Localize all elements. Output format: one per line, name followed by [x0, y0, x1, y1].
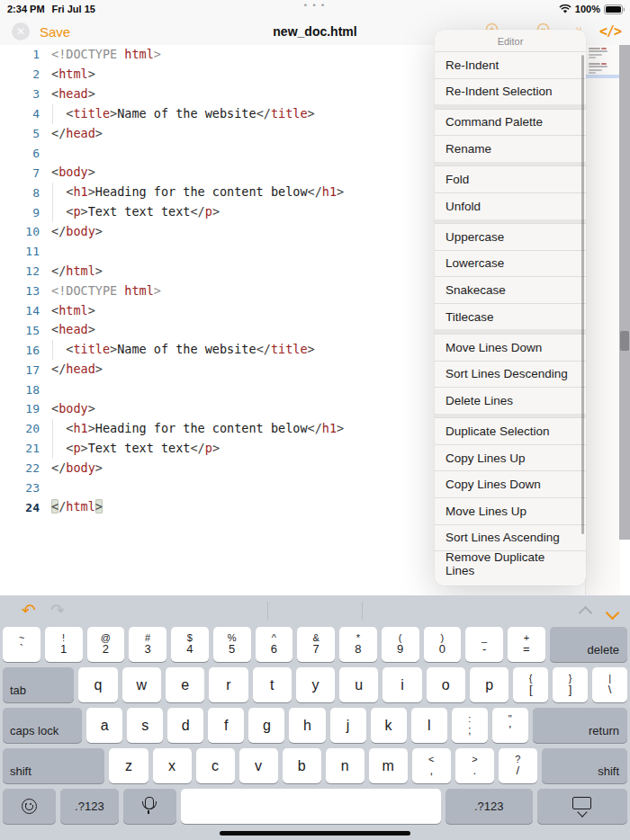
menu-item-copy-lines-up[interactable]: Copy Lines Up — [435, 444, 586, 471]
editor-scrollbar[interactable] — [619, 45, 630, 540]
undo-button[interactable]: ↶ — [22, 600, 36, 621]
menu-item-snakecase[interactable]: Snakecase — [435, 276, 586, 303]
code-line[interactable]: 17</head> — [0, 360, 432, 380]
code-line[interactable]: 1<!DOCTYPE html> — [0, 45, 432, 65]
chevron-down-icon[interactable] — [608, 605, 617, 621]
key-1[interactable]: !1 — [45, 627, 83, 662]
key-'[interactable]: "' — [492, 708, 528, 743]
key--[interactable]: _- — [465, 627, 503, 662]
menu-item-lowercase[interactable]: Lowercase — [435, 250, 586, 277]
popup-scrollbar[interactable] — [581, 55, 584, 534]
code-line[interactable]: 20 <h1>Heading for the content below</h1… — [0, 419, 432, 439]
code-area[interactable]: 1<!DOCTYPE html>2<html>3<head>4 <title>N… — [0, 45, 432, 595]
key-.?123[interactable]: .?123 — [60, 789, 119, 824]
code-line[interactable]: 13<!DOCTYPE html> — [0, 281, 432, 301]
code-line[interactable]: 16 <title>Name of the website</title> — [0, 340, 432, 360]
key-o[interactable]: o — [427, 667, 465, 702]
key-a[interactable]: a — [86, 708, 122, 743]
key-n[interactable]: n — [326, 748, 364, 783]
key-3[interactable]: #3 — [129, 627, 166, 662]
key-][interactable]: }] — [553, 667, 588, 702]
key-8[interactable]: *8 — [339, 627, 377, 662]
menu-item-duplicate-selection[interactable]: Duplicate Selection — [435, 417, 586, 444]
key-q[interactable]: q — [78, 667, 117, 702]
key-b[interactable]: b — [283, 748, 321, 783]
key-7[interactable]: &7 — [297, 627, 335, 662]
code-line[interactable]: 8 <h1>Heading for the content below</h1> — [0, 183, 432, 202]
key-=[interactable]: += — [508, 627, 545, 662]
key-i[interactable]: i — [382, 667, 421, 702]
key-u[interactable]: u — [339, 667, 378, 702]
code-line[interactable]: 10</body> — [0, 222, 432, 242]
key-h[interactable]: h — [289, 708, 325, 743]
emoji-key[interactable] — [3, 789, 56, 824]
code-line[interactable]: 14<html> — [0, 301, 432, 321]
menu-item-move-lines-down[interactable]: Move Lines Down — [435, 334, 586, 361]
code-line[interactable]: 6 — [0, 143, 432, 163]
menu-item-delete-lines[interactable]: Delete Lines — [435, 387, 586, 414]
chevron-up-icon[interactable] — [580, 605, 590, 621]
key-g[interactable]: g — [248, 708, 284, 743]
menu-item-rename[interactable]: Rename — [435, 135, 586, 162]
menu-item-fold[interactable]: Fold — [435, 165, 586, 192]
code-line[interactable]: 24</html> — [0, 497, 432, 517]
key-v[interactable]: v — [239, 748, 278, 783]
key-w[interactable]: w — [122, 667, 161, 702]
key-2[interactable]: @2 — [87, 627, 125, 662]
key-d[interactable]: d — [167, 708, 203, 743]
menu-item-copy-lines-down[interactable]: Copy Lines Down — [435, 470, 586, 497]
code-line[interactable]: 5</head> — [0, 124, 432, 144]
key-4[interactable]: $4 — [171, 627, 209, 662]
key-,[interactable]: <, — [412, 748, 451, 783]
key-y[interactable]: y — [296, 667, 335, 702]
key-m[interactable]: m — [369, 748, 408, 783]
code-line[interactable]: 15<head> — [0, 320, 432, 340]
key-\[interactable]: |\ — [592, 667, 627, 702]
code-line[interactable]: 9 <p>Text text text</p> — [0, 202, 432, 222]
code-tags-icon[interactable]: </> — [599, 23, 621, 40]
multitask-dots-icon[interactable]: • • • — [304, 1, 326, 10]
code-line[interactable]: 19<body> — [0, 399, 432, 419]
key-s[interactable]: s — [127, 708, 163, 743]
code-line[interactable]: 21 <p>Text text text</p> — [0, 439, 432, 459]
editor-scrollbar-thumb[interactable] — [620, 331, 629, 351]
menu-item-uppercase[interactable]: Uppercase — [435, 223, 586, 250]
key-5[interactable]: %5 — [213, 627, 251, 662]
key-0[interactable]: )0 — [424, 627, 462, 662]
space-key[interactable] — [181, 789, 441, 824]
code-line[interactable]: 22</body> — [0, 459, 432, 478]
menu-item-command-palette[interactable]: Command Palette — [435, 109, 586, 136]
code-line[interactable]: 7<body> — [0, 163, 432, 183]
code-line[interactable]: 3<head> — [0, 85, 432, 104]
key-z[interactable]: z — [109, 748, 148, 783]
key-return[interactable]: return — [533, 708, 627, 743]
key-e[interactable]: e — [166, 667, 204, 702]
key-delete[interactable]: delete — [550, 627, 627, 662]
key-shift[interactable]: shift — [542, 748, 627, 783]
key-l[interactable]: l — [411, 708, 447, 743]
key-shift[interactable]: shift — [3, 748, 104, 783]
keyboard-hide-key[interactable] — [537, 789, 627, 824]
key-f[interactable]: f — [208, 708, 244, 743]
code-line[interactable]: 11 — [0, 242, 432, 262]
menu-item-sort-lines-descending[interactable]: Sort Lines Descending — [435, 361, 586, 388]
key-r[interactable]: r — [209, 667, 248, 702]
menu-item-re-indent[interactable]: Re-Indent — [435, 51, 586, 78]
key-6[interactable]: ^6 — [256, 627, 293, 662]
key-.?123[interactable]: .?123 — [446, 789, 533, 824]
code-line[interactable]: 2<html> — [0, 65, 432, 85]
menu-item-re-indent-selection[interactable]: Re-Indent Selection — [435, 78, 586, 105]
home-indicator[interactable] — [220, 831, 410, 836]
key-p[interactable]: p — [470, 667, 508, 702]
mic-key[interactable] — [123, 789, 176, 824]
minimap[interactable] — [585, 45, 620, 595]
redo-button[interactable]: ↷ — [50, 600, 65, 621]
key-.[interactable]: >. — [455, 748, 494, 783]
code-line[interactable]: 12</html> — [0, 262, 432, 281]
code-line[interactable]: 23 — [0, 478, 432, 498]
menu-item-titlecase[interactable]: Titlecase — [435, 303, 586, 330]
key-k[interactable]: k — [371, 708, 407, 743]
key-t[interactable]: t — [253, 667, 292, 702]
code-line[interactable]: 18 — [0, 380, 432, 399]
menu-item-unfold[interactable]: Unfold — [435, 192, 586, 219]
